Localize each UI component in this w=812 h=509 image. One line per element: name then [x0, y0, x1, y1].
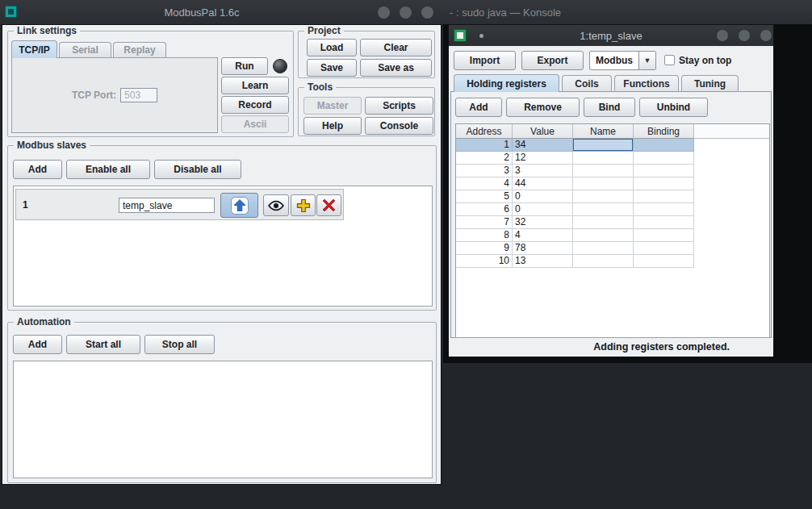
console-button[interactable]: Console	[365, 117, 433, 135]
enable-all-button[interactable]: Enable all	[66, 160, 150, 179]
slave-window-minimize-button[interactable]	[717, 30, 728, 41]
cell-value[interactable]: 78	[513, 242, 573, 255]
slave-window-close-button[interactable]	[760, 30, 772, 41]
main-window-maximize-button[interactable]	[400, 6, 412, 19]
column-header-address[interactable]: Address	[456, 124, 513, 139]
cell-address[interactable]: 10	[456, 255, 513, 268]
export-button[interactable]: Export	[521, 51, 584, 70]
register-remove-button[interactable]: Remove	[506, 98, 580, 117]
cell-address[interactable]: 3	[456, 165, 513, 177]
scripts-button[interactable]: Scripts	[365, 97, 433, 115]
cell-value[interactable]: 4	[513, 229, 573, 242]
implementation-combobox[interactable]: Modbus ▼	[589, 51, 656, 70]
top-titlebar-strip[interactable]: ModbusPal 1.6c - : sudo java — Konsole	[0, 0, 812, 24]
save-as-button[interactable]: Save as	[360, 59, 432, 77]
tab-tcpip[interactable]: TCP/IP	[11, 40, 57, 58]
learn-button[interactable]: Learn	[221, 77, 289, 94]
tab-tuning[interactable]: Tuning	[681, 75, 739, 91]
cell-address[interactable]: 4	[456, 177, 513, 190]
cell-address[interactable]: 2	[456, 152, 513, 165]
save-button[interactable]: Save	[307, 59, 357, 77]
cell-address[interactable]: 9	[456, 242, 513, 255]
cell-name[interactable]	[573, 190, 634, 203]
cell-name[interactable]	[573, 203, 634, 216]
cell-binding[interactable]	[634, 152, 694, 165]
slave-show-panel-button[interactable]	[263, 194, 289, 216]
cell-name[interactable]	[573, 165, 634, 177]
cell-value[interactable]: 13	[513, 255, 573, 268]
cell-value[interactable]: 0	[513, 190, 573, 203]
slave-window: 1:temp_slave Import Export Modbus ▼ Stay…	[448, 24, 774, 357]
cell-binding[interactable]	[634, 190, 694, 203]
tab-serial[interactable]: Serial	[59, 42, 111, 57]
cell-name[interactable]	[573, 229, 634, 242]
slave-add-button[interactable]: Add	[13, 160, 62, 179]
slave-id: 1	[23, 190, 28, 219]
cell-name[interactable]	[573, 139, 634, 152]
cell-value[interactable]: 3	[513, 165, 573, 177]
project-group: Project Load Clear Save Save as	[298, 31, 435, 78]
table-header: Address Value Name Binding	[456, 124, 769, 139]
slave-window-titlebar[interactable]: 1:temp_slave	[449, 25, 773, 46]
disable-all-button[interactable]: Disable all	[154, 160, 241, 179]
slave-delete-button[interactable]	[316, 194, 341, 216]
cell-name[interactable]	[573, 255, 634, 268]
clear-button[interactable]: Clear	[360, 39, 432, 56]
automation-list	[13, 361, 433, 478]
automation-add-button[interactable]: Add	[13, 335, 62, 354]
register-add-button[interactable]: Add	[455, 98, 502, 117]
main-window-minimize-button[interactable]	[378, 6, 390, 19]
column-header-name[interactable]: Name	[573, 124, 634, 139]
cell-address[interactable]: 1	[456, 139, 513, 152]
stay-on-top-checkbox[interactable]	[664, 55, 675, 65]
cell-name[interactable]	[573, 216, 634, 229]
cell-binding[interactable]	[634, 255, 694, 268]
cell-binding[interactable]	[634, 177, 694, 190]
tcp-port-input[interactable]	[120, 88, 157, 102]
cell-name[interactable]	[573, 177, 634, 190]
run-button[interactable]: Run	[221, 57, 268, 75]
stay-on-top-label[interactable]: Stay on top	[679, 51, 731, 70]
cell-value[interactable]: 32	[513, 216, 573, 229]
import-button[interactable]: Import	[454, 51, 516, 70]
tab-functions[interactable]: Functions	[614, 75, 679, 91]
slave-add-automation-button[interactable]	[291, 194, 316, 216]
cell-binding[interactable]	[634, 229, 694, 242]
cell-name[interactable]	[573, 242, 634, 255]
cell-binding[interactable]	[634, 139, 694, 152]
cell-value[interactable]: 12	[513, 152, 573, 165]
cell-value[interactable]: 44	[513, 177, 573, 190]
cell-address[interactable]: 6	[456, 203, 513, 216]
cell-binding[interactable]	[634, 165, 694, 177]
column-header-binding[interactable]: Binding	[634, 124, 694, 139]
record-button[interactable]: Record	[221, 96, 289, 114]
start-all-button[interactable]: Start all	[66, 335, 140, 354]
cell-value[interactable]: 34	[513, 139, 573, 152]
chevron-down-icon[interactable]: ▼	[638, 52, 655, 69]
slave-window-maximize-button[interactable]	[739, 30, 750, 41]
table-row: 3 3	[456, 165, 694, 177]
cell-binding[interactable]	[634, 203, 694, 216]
register-unbind-button[interactable]: Unbind	[639, 98, 708, 117]
cell-address[interactable]: 8	[456, 229, 513, 242]
cell-value[interactable]: 0	[513, 203, 573, 216]
register-bind-button[interactable]: Bind	[584, 98, 635, 117]
tab-replay[interactable]: Replay	[113, 42, 166, 57]
plus-icon	[296, 198, 311, 213]
cell-address[interactable]: 5	[456, 190, 513, 203]
run-led-indicator	[273, 59, 287, 73]
cell-binding[interactable]	[634, 242, 694, 255]
slave-name-input[interactable]	[119, 198, 215, 213]
tools-title: Tools	[304, 81, 336, 94]
cell-binding[interactable]	[634, 216, 694, 229]
cell-address[interactable]: 7	[456, 216, 513, 229]
help-button[interactable]: Help	[303, 117, 362, 135]
slave-enable-toggle[interactable]	[220, 193, 258, 218]
main-window-close-button[interactable]	[421, 6, 433, 19]
stop-all-button[interactable]: Stop all	[144, 335, 215, 354]
tab-holding-registers[interactable]: Holding registers	[454, 74, 559, 92]
tab-coils[interactable]: Coils	[562, 75, 612, 91]
column-header-value[interactable]: Value	[513, 124, 573, 139]
cell-name[interactable]	[573, 152, 634, 165]
load-button[interactable]: Load	[307, 39, 357, 56]
